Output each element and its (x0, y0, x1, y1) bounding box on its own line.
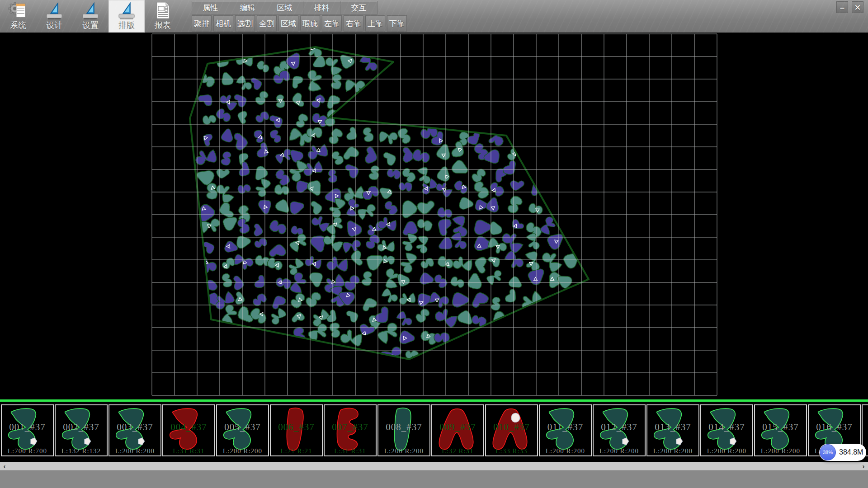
thumbnail-lr-count: L:200 R:200 (540, 447, 591, 455)
tool-button-row: 聚排相机选割全割区域瑕疵左靠右靠上靠下靠 (192, 15, 407, 32)
mode-button-report[interactable]: 报表 (145, 0, 181, 33)
thumbnail-label: 010_#37 (486, 422, 537, 433)
nesting-ruler-icon (117, 0, 137, 20)
horizontal-scrollbar[interactable]: ‹ › (0, 462, 868, 470)
thumbnail-cell[interactable]: 006_#37L:21 R:21 (270, 404, 323, 456)
tool-button-cut-all[interactable]: 全割 (257, 15, 277, 32)
thumbnail-label: 007_#37 (325, 422, 376, 433)
mode-button-label: 设计 (46, 20, 62, 30)
thumbnail-cell[interactable]: 007_#37L:31 R:31 (324, 404, 377, 456)
memory-usage-label: 384.8M (839, 444, 863, 461)
close-button[interactable]: ✕ (852, 1, 863, 13)
thumbnail-lr-count: L:200 R:200 (378, 447, 429, 455)
thumbnail-lr-count: L:200 R:200 (109, 447, 160, 455)
thumbnail-label: 006_#37 (271, 422, 322, 433)
thumbnail-label: 016_#37 (809, 422, 860, 433)
thumbnail-lr-count: L:21 R:21 (271, 447, 322, 455)
thumbnail-cell[interactable]: 005_#37L:200 R:200 (216, 404, 269, 456)
system-gear-icon (8, 0, 28, 20)
menu-bar: 属性编辑区域排料交互 (192, 1, 377, 15)
tool-button-snap-left[interactable]: 左靠 (322, 15, 342, 32)
progress-percent-badge: 38% (820, 444, 836, 460)
design-ruler-icon (44, 0, 64, 20)
tool-button-region[interactable]: 区域 (278, 15, 298, 32)
mode-button-label: 排版 (118, 20, 135, 30)
thumbnail-label: 003_#37 (109, 422, 160, 433)
tool-button-defect[interactable]: 瑕疵 (300, 15, 320, 32)
thumbnail-label: 002_#37 (56, 422, 107, 433)
thumbnail-cell[interactable]: 004_#37L:31 R:31 (162, 404, 215, 456)
tool-button-cluster-nest[interactable]: 聚排 (192, 15, 212, 32)
thumbnail-cell[interactable]: 003_#37L:200 R:200 (108, 404, 161, 456)
mode-button-label: 系统 (10, 20, 26, 30)
tool-button-select-cut[interactable]: 选割 (235, 15, 255, 32)
thumbnail-cell[interactable]: 014_#37L:200 R:200 (700, 404, 753, 456)
tool-button-snap-top[interactable]: 上靠 (365, 15, 385, 32)
thumbnail-label: 005_#37 (217, 422, 268, 433)
window-controls: – ✕ (836, 1, 863, 13)
thumbnail-label: 009_#37 (432, 422, 483, 433)
thumbnail-label: 015_#37 (755, 422, 806, 433)
piece-thumbnail-strip: 001_#37L:700 R:700002_#37L:132 R:132003_… (0, 399, 868, 462)
mode-button-settings[interactable]: 设置 (72, 0, 108, 33)
tool-button-camera[interactable]: 相机 (213, 15, 233, 32)
mode-button-nesting[interactable]: 排版 (108, 0, 145, 33)
settings-ruler-icon (80, 0, 100, 20)
thumbnail-cell[interactable]: 001_#37L:700 R:700 (1, 404, 54, 456)
menu-region[interactable]: 区域 (266, 1, 303, 14)
thumbnail-lr-count: L:31 R:31 (325, 447, 376, 455)
mode-button-label: 报表 (155, 20, 171, 30)
thumbnail-lr-count: L:31 R:31 (163, 447, 214, 455)
progress-badge: 38% 384.8M (819, 444, 866, 461)
thumbnail-cell[interactable]: 015_#37L:200 R:200 (754, 404, 807, 456)
thumbnail-cell[interactable]: 010_#37L:33 R:33 (485, 404, 538, 456)
thumbnail-lr-count: L:200 R:200 (701, 447, 752, 455)
strip-separator-line (0, 399, 868, 402)
thumbnail-cell[interactable]: 009_#37L:32 R:31 (431, 404, 484, 456)
menu-nest[interactable]: 排料 (303, 1, 340, 14)
thumbnail-label: 004_#37 (163, 422, 214, 433)
thumbnail-lr-count: L:32 R:31 (432, 447, 483, 455)
thumbnail-cell[interactable]: 012_#37L:200 R:200 (593, 404, 646, 456)
thumbnail-lr-count: L:200 R:200 (755, 447, 806, 455)
thumbnail-lr-count: L:200 R:200 (594, 447, 645, 455)
thumbnail-lr-count: L:200 R:200 (217, 447, 268, 455)
thumbnail-label: 017_#37 (863, 422, 868, 433)
tool-button-snap-bottom[interactable]: 下靠 (387, 15, 407, 32)
scroll-right-icon[interactable]: › (860, 462, 867, 470)
menu-properties[interactable]: 属性 (192, 1, 229, 14)
thumbnail-lr-count: L:33 R:33 (486, 447, 537, 455)
status-bar (0, 470, 868, 488)
report-doc-icon (153, 0, 173, 20)
tool-button-snap-right[interactable]: 右靠 (344, 15, 363, 32)
thumbnail-cell[interactable]: 008_#37L:200 R:200 (377, 404, 430, 456)
mode-button-group: 系统设计设置排版报表 (0, 0, 181, 33)
thumbnail-lr-count: L:700 R:700 (2, 447, 53, 455)
thumbnail-lr-count: L:132 R:132 (56, 447, 107, 455)
mode-button-design[interactable]: 设计 (36, 0, 72, 33)
thumbnail-lr-count: L:200 R:200 (647, 447, 698, 455)
thumbnail-label: 001_#37 (2, 422, 53, 433)
thumbnail-cell[interactable]: 011_#37L:200 R:200 (539, 404, 592, 456)
mode-button-system[interactable]: 系统 (0, 0, 36, 33)
thumbnail-label: 008_#37 (378, 422, 429, 433)
thumbnail-cell[interactable]: 002_#37L:132 R:132 (55, 404, 108, 456)
nesting-canvas[interactable] (0, 33, 868, 399)
thumbnail-cell[interactable]: 013_#37L:200 R:200 (646, 404, 699, 456)
thumbnail-list: 001_#37L:700 R:700002_#37L:132 R:132003_… (1, 404, 868, 456)
thumbnail-label: 014_#37 (701, 422, 752, 433)
thumbnail-label: 012_#37 (594, 422, 645, 433)
menu-edit[interactable]: 编辑 (229, 1, 266, 14)
mode-button-label: 设置 (82, 20, 99, 30)
thumbnail-label: 013_#37 (647, 422, 698, 433)
scroll-left-icon[interactable]: ‹ (1, 462, 8, 470)
thumbnail-label: 011_#37 (540, 422, 591, 433)
menu-interact[interactable]: 交互 (340, 1, 377, 14)
minimize-button[interactable]: – (836, 1, 848, 13)
nesting-layout-svg (0, 33, 868, 399)
top-toolbar: 系统设计设置排版报表 属性编辑区域排料交互 聚排相机选割全割区域瑕疵左靠右靠上靠… (0, 0, 868, 33)
